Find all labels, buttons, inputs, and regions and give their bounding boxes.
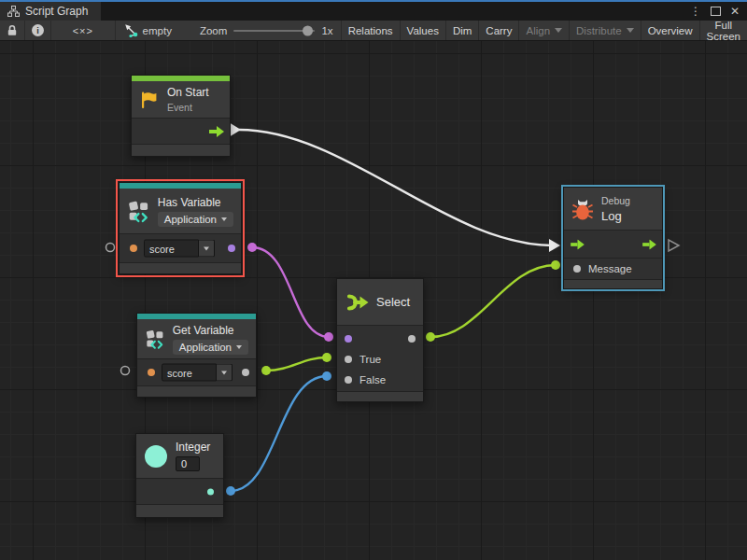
node-subtitle: Event [167, 102, 209, 113]
zoom-slider[interactable] [233, 21, 315, 40]
dropdown-button[interactable] [217, 364, 233, 382]
flow-output-port[interactable] [642, 239, 656, 249]
node-title: On Start [167, 86, 209, 99]
distribute-label: Distribute [576, 25, 622, 36]
toolbar-right-group: Relations Values Dim Carry Align Distrib… [341, 21, 747, 40]
variable-scope-dropdown[interactable]: Application [158, 212, 233, 227]
variable-name-dropdown[interactable]: score [144, 240, 215, 258]
align-label: Align [526, 25, 550, 36]
node-footer [337, 391, 423, 401]
select-true-row: True [337, 349, 423, 370]
message-input-port[interactable] [573, 265, 581, 273]
menu-icon[interactable]: ⋮ [690, 5, 701, 18]
node-footer [120, 262, 241, 273]
node-category: Debug [601, 195, 630, 206]
variable-name-value[interactable]: score [144, 240, 199, 258]
node-on-start[interactable]: On Start Event [131, 75, 231, 157]
graph-icon [7, 6, 20, 17]
graph-toolbar: i <×> empty Zoom 1x Relations Values Dim… [0, 21, 747, 41]
condition-input-port[interactable] [345, 335, 352, 343]
overview-button[interactable]: Overview [641, 21, 699, 40]
flow-input-port[interactable] [571, 239, 585, 249]
chevron-down-icon [555, 28, 562, 33]
node-title: Log [601, 209, 630, 223]
false-input-port[interactable] [345, 376, 352, 384]
bool-output-port[interactable] [228, 245, 235, 252]
tab-script-graph[interactable]: Script Graph [0, 2, 101, 21]
relations-button[interactable]: Relations [341, 21, 400, 40]
zoom-label: Zoom [200, 21, 227, 40]
script-graph-window: Script Graph ⋮ ✕ i <×> e [0, 0, 747, 560]
node-footer [132, 144, 230, 156]
node-footer [564, 279, 662, 288]
fullscreen-button[interactable]: Full Screen [699, 21, 747, 40]
info-icon: i [32, 24, 44, 36]
tab-title: Script Graph [25, 5, 88, 18]
dim-button[interactable]: Dim [445, 21, 478, 40]
integer-output-port[interactable] [207, 488, 214, 495]
variable-name-dropdown[interactable]: score [162, 364, 233, 382]
node-debug-log[interactable]: Debug Log Message [563, 187, 663, 289]
select-false-row: False [337, 370, 423, 390]
inspect-values-button[interactable]: <×> [51, 21, 116, 40]
select-icon [345, 292, 369, 313]
info-button[interactable]: i [25, 21, 51, 40]
zoom-slider-handle[interactable] [303, 25, 313, 35]
selection-output-port[interactable] [408, 335, 416, 343]
node-integer[interactable]: Integer 0 [135, 433, 224, 518]
flow-output-port[interactable] [209, 126, 224, 137]
true-input-port[interactable] [345, 356, 352, 363]
graph-pointer-status: empty [116, 21, 179, 40]
scope-label: Application [164, 214, 217, 225]
lock-icon [7, 24, 18, 36]
variables-icon [127, 198, 150, 224]
distribute-button[interactable]: Distribute [569, 21, 641, 40]
node-title: Integer [176, 441, 210, 454]
titlebar: Script Graph ⋮ ✕ [0, 0, 747, 21]
variable-name-value[interactable]: score [162, 364, 217, 382]
message-port-label: Message [588, 263, 632, 274]
node-footer [136, 504, 223, 517]
flag-icon [139, 90, 160, 110]
chevron-down-icon [236, 345, 242, 349]
carry-button[interactable]: Carry [478, 21, 518, 40]
node-title: Select [376, 295, 410, 309]
node-get-variable[interactable]: Get Variable Application score [136, 313, 257, 398]
chevron-down-icon [204, 246, 209, 250]
zoom-value: 1x [321, 21, 332, 40]
align-button[interactable]: Align [518, 21, 569, 40]
node-title: Has Variable [158, 196, 233, 209]
chevron-down-icon [627, 28, 634, 33]
values-button[interactable]: Values [400, 21, 445, 40]
bug-icon [571, 196, 594, 221]
variable-scope-dropdown[interactable]: Application [173, 340, 248, 355]
lock-button[interactable] [0, 21, 25, 40]
node-title: Get Variable [173, 324, 248, 337]
close-icon[interactable]: ✕ [730, 5, 740, 18]
variables-icon [145, 326, 165, 352]
name-input-port[interactable] [148, 369, 155, 376]
chevron-down-icon [221, 371, 227, 374]
chevron-down-icon [221, 217, 227, 221]
false-port-label: False [359, 374, 386, 385]
maximize-icon[interactable] [711, 7, 721, 16]
value-output-port[interactable] [242, 369, 249, 376]
node-has-variable[interactable]: Has Variable Application score [119, 182, 242, 274]
window-controls: ⋮ ✕ [690, 2, 747, 21]
name-input-port[interactable] [130, 245, 137, 252]
node-select[interactable]: Select True False [336, 278, 424, 402]
dropdown-button[interactable] [199, 240, 215, 258]
integer-value-field[interactable]: 0 [176, 456, 200, 471]
graph-status-label: empty [143, 25, 172, 36]
select-condition-row [337, 329, 423, 349]
graph-pointer-icon [123, 23, 138, 37]
scope-label: Application [179, 342, 232, 353]
true-port-label: True [359, 354, 381, 365]
integer-icon [144, 444, 168, 469]
node-footer [137, 385, 256, 397]
